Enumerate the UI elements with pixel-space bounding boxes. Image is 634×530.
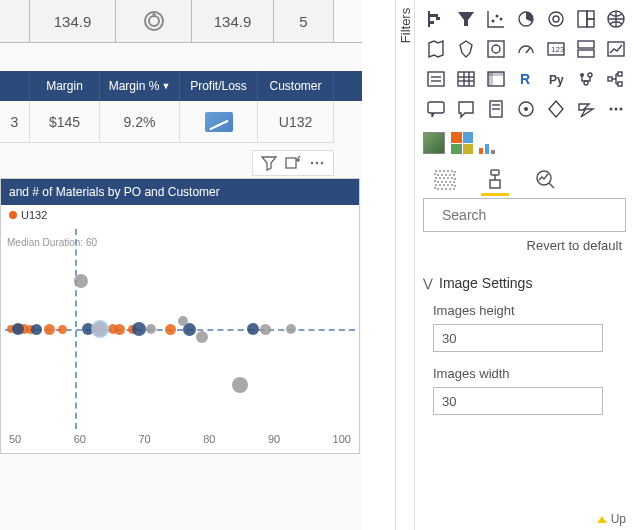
key-influencers-icon[interactable] [573, 66, 599, 92]
matrix-head-pl[interactable]: Profit/Loss [180, 71, 258, 101]
data-point[interactable] [114, 324, 125, 335]
table-icon[interactable] [453, 66, 479, 92]
kpi-cell-3: 5 [274, 0, 334, 42]
analytics-tab[interactable] [533, 168, 557, 190]
table-row[interactable]: 3 $145 9.2% U132 [0, 101, 362, 143]
custom-visual-row [423, 132, 626, 154]
visualizations-pane: 123 R Py [415, 0, 634, 530]
data-point[interactable] [132, 322, 146, 336]
azure-map-icon[interactable] [483, 36, 509, 62]
chart-legend: U132 [1, 205, 359, 225]
data-point[interactable] [12, 323, 24, 335]
svg-point-42 [588, 73, 592, 77]
custom-visual-2[interactable] [451, 132, 473, 154]
svg-rect-58 [435, 185, 455, 189]
svg-line-62 [549, 183, 554, 188]
data-point[interactable] [91, 320, 109, 338]
data-point[interactable] [31, 324, 42, 335]
legend-label: U132 [21, 209, 47, 221]
matrix-cell-customer: U132 [258, 101, 334, 143]
data-point[interactable] [74, 274, 88, 288]
clustered-bar-chart-icon[interactable] [423, 6, 449, 32]
fields-tab[interactable] [433, 168, 457, 190]
data-point[interactable] [146, 324, 156, 334]
data-point[interactable] [58, 325, 67, 334]
svg-rect-27 [608, 42, 624, 56]
kpi-icon[interactable] [603, 36, 629, 62]
matrix-head-margin[interactable]: Margin [30, 71, 100, 101]
data-point[interactable] [260, 324, 271, 335]
data-point[interactable] [286, 324, 296, 334]
decomposition-tree-icon[interactable] [603, 66, 629, 92]
focus-mode-icon[interactable] [285, 155, 301, 171]
matrix-head-margin-pct[interactable]: Margin %▼ [100, 71, 180, 101]
images-width-input[interactable] [433, 387, 603, 415]
slicer-icon[interactable] [423, 66, 449, 92]
visual-header [252, 150, 334, 176]
map-icon[interactable] [603, 6, 629, 32]
multi-row-card-icon[interactable] [573, 36, 599, 62]
search-input[interactable] [442, 207, 617, 223]
filled-map-icon[interactable] [423, 36, 449, 62]
images-height-input[interactable] [433, 324, 603, 352]
custom-visual-1[interactable] [423, 132, 445, 154]
svg-point-53 [610, 108, 613, 111]
python-visual-icon[interactable]: Py [543, 66, 569, 92]
get-more-visuals-icon[interactable] [603, 96, 629, 122]
kpi-cell-icon [116, 0, 192, 42]
more-options-icon[interactable] [309, 155, 325, 171]
kpi-cell-2: 134.9 [192, 0, 274, 42]
r-visual-icon[interactable]: R [513, 66, 539, 92]
scatter-chart-visual[interactable]: and # of Materials by PO and Customer U1… [0, 178, 360, 454]
smart-narrative-icon[interactable] [453, 96, 479, 122]
matrix-icon[interactable] [483, 66, 509, 92]
filter-icon[interactable] [261, 155, 277, 171]
svg-rect-7 [430, 21, 434, 24]
gauge-icon[interactable] [513, 36, 539, 62]
data-point[interactable] [165, 324, 176, 335]
images-height-label: Images height [433, 303, 626, 318]
matrix-visual[interactable]: Margin Margin %▼ Profit/Loss Customer 3 … [0, 71, 362, 143]
data-point[interactable] [247, 323, 259, 335]
shape-map-icon[interactable] [453, 36, 479, 62]
data-point[interactable] [196, 331, 208, 343]
svg-point-21 [492, 45, 500, 53]
qa-visual-icon[interactable] [423, 96, 449, 122]
donut-chart-icon[interactable] [543, 6, 569, 32]
svg-point-4 [316, 162, 318, 164]
card-icon[interactable]: 123 [543, 36, 569, 62]
chevron-down-icon: ⋁ [423, 276, 433, 290]
power-apps-icon[interactable] [543, 96, 569, 122]
scatter-chart-icon[interactable] [483, 6, 509, 32]
chart-plot-area[interactable]: Median Duration: 60 [5, 229, 355, 429]
image-settings-section[interactable]: ⋁ Image Settings [423, 275, 626, 291]
filters-pane-collapsed[interactable]: Filters [395, 0, 415, 530]
svg-rect-47 [428, 102, 444, 113]
data-point[interactable] [44, 324, 55, 335]
filters-pane-label: Filters [398, 8, 413, 43]
svg-rect-57 [435, 178, 455, 182]
svg-line-22 [526, 48, 530, 53]
matrix-head-blank[interactable] [0, 71, 30, 101]
format-tab-row [423, 164, 626, 190]
matrix-head-customer[interactable]: Customer [258, 71, 334, 101]
data-point[interactable] [232, 377, 248, 393]
svg-rect-31 [458, 72, 474, 86]
arcgis-map-icon[interactable] [513, 96, 539, 122]
format-tab[interactable] [483, 168, 507, 190]
matrix-row-key: 3 [0, 101, 30, 143]
svg-text:123: 123 [551, 45, 565, 54]
treemap-icon[interactable] [573, 6, 599, 32]
svg-rect-28 [428, 72, 444, 86]
custom-visual-3[interactable] [479, 132, 501, 154]
pie-chart-icon[interactable] [513, 6, 539, 32]
svg-rect-26 [578, 50, 594, 57]
power-automate-icon[interactable] [573, 96, 599, 122]
paginated-report-icon[interactable] [483, 96, 509, 122]
revert-to-default-link[interactable]: Revert to default [423, 238, 622, 253]
search-box[interactable] [423, 198, 626, 232]
scroll-up-indicator[interactable]: Up [597, 512, 626, 526]
svg-point-52 [524, 107, 528, 111]
svg-rect-9 [430, 14, 438, 17]
funnel-chart-icon[interactable] [453, 6, 479, 32]
